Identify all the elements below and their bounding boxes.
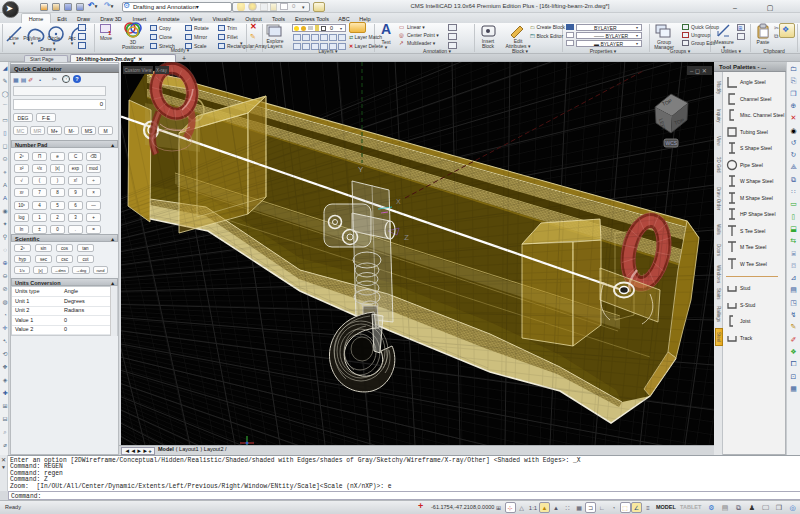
svg-text:Custom View: Custom View — [125, 68, 153, 73]
svg-text:‒ ◻ ✕: ‒ ◻ ✕ — [690, 68, 707, 74]
svg-text:X-ray: X-ray — [156, 68, 168, 73]
svg-text:WCS: WCS — [666, 140, 678, 146]
